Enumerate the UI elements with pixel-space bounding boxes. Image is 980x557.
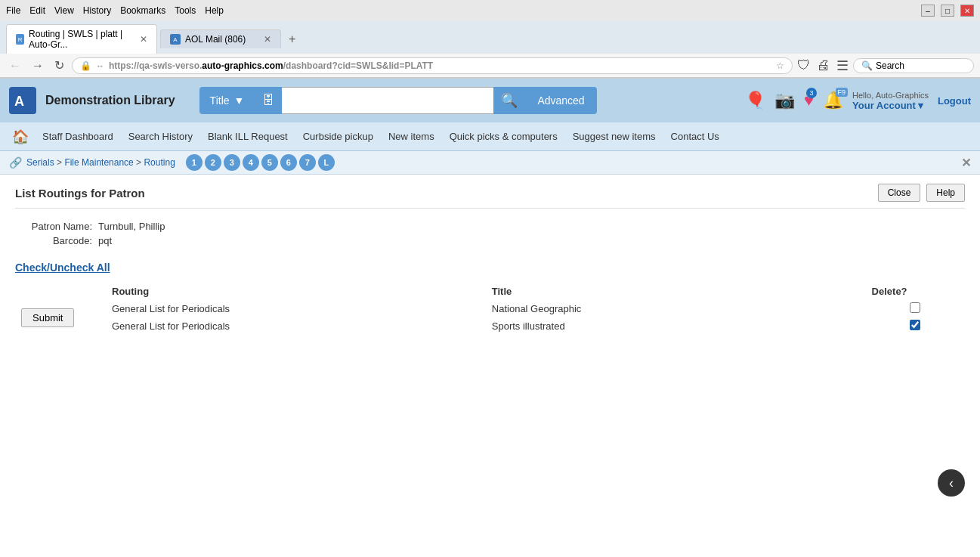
tab-close-1[interactable]: ✕ bbox=[140, 34, 147, 45]
title-cell: Sports illustrated bbox=[486, 317, 866, 335]
breadcrumb-sep1: > bbox=[57, 157, 64, 168]
logout-button[interactable]: Logout bbox=[938, 95, 971, 107]
submit-cell: Submit bbox=[15, 300, 106, 335]
bell-icon-button[interactable]: 🔔 F9 bbox=[823, 91, 843, 110]
alpha-link-2[interactable]: 2 bbox=[205, 154, 221, 171]
menu-bookmarks[interactable]: Bookmarks bbox=[120, 5, 165, 16]
window-controls[interactable]: – □ ✕ bbox=[921, 5, 974, 17]
menu-tools[interactable]: Tools bbox=[175, 5, 196, 16]
account-section: Hello, Auto-Graphics Your Account ▾ bbox=[852, 91, 929, 111]
page-header: List Routings for Patron Close Help bbox=[15, 184, 965, 209]
help-button[interactable]: Help bbox=[926, 184, 965, 202]
url-domain: auto-graphics.com bbox=[202, 60, 283, 71]
search-input[interactable] bbox=[282, 87, 493, 114]
refresh-button[interactable]: ↻ bbox=[51, 57, 67, 74]
home-nav-button[interactable]: 🏠 bbox=[6, 125, 35, 148]
delete-cell bbox=[866, 300, 965, 317]
close-page-button[interactable]: Close bbox=[878, 184, 921, 202]
delete-checkbox[interactable] bbox=[910, 302, 920, 313]
library-name: Demonstration Library bbox=[45, 94, 175, 107]
patron-barcode-value: pqt bbox=[98, 235, 112, 246]
menu-file[interactable]: File bbox=[6, 5, 20, 16]
balloon-icon: 🎈 bbox=[745, 91, 765, 110]
nav-search-history[interactable]: Search History bbox=[121, 126, 200, 147]
nav-contact[interactable]: Contact Us bbox=[663, 126, 727, 147]
search-type-button[interactable]: Title ▼ bbox=[199, 87, 255, 114]
alpha-link-3[interactable]: 3 bbox=[224, 154, 240, 171]
maximize-button[interactable]: □ bbox=[941, 5, 954, 17]
account-hello: Hello, Auto-Graphics bbox=[852, 91, 929, 100]
app-header: A Demonstration Library Title ▼ 🗄 🔍 Adva… bbox=[0, 79, 980, 122]
menu-history[interactable]: History bbox=[83, 5, 111, 16]
routing-cell: General List for Periodicals bbox=[106, 317, 486, 335]
minimize-button[interactable]: – bbox=[921, 5, 935, 17]
check-uncheck-all-link[interactable]: Check/Uncheck All bbox=[15, 261, 110, 274]
nav-suggest-new[interactable]: Suggest new items bbox=[565, 126, 663, 147]
back-button[interactable]: ← bbox=[6, 57, 24, 74]
breadcrumb-sep2: > bbox=[136, 157, 144, 168]
alpha-link-7[interactable]: 7 bbox=[299, 154, 316, 171]
alpha-link-4[interactable]: 4 bbox=[243, 154, 259, 171]
nav-curbside[interactable]: Curbside pickup bbox=[295, 126, 381, 147]
nav-new-items[interactable]: New items bbox=[381, 126, 442, 147]
new-tab-button[interactable]: + bbox=[284, 32, 300, 46]
menu-help[interactable]: Help bbox=[205, 5, 224, 16]
browser-tab-aol[interactable]: A AOL Mail (806) ✕ bbox=[160, 29, 281, 48]
submit-button[interactable]: Submit bbox=[21, 308, 74, 327]
delete-cell bbox=[866, 317, 965, 335]
menu-edit[interactable]: Edit bbox=[29, 5, 45, 16]
page-title: List Routings for Patron bbox=[15, 187, 145, 200]
search-database-button[interactable]: 🗄 bbox=[255, 87, 282, 114]
advanced-search-button[interactable]: Advanced bbox=[525, 87, 596, 114]
routing-table: Routing Title Delete? SubmitGeneral List… bbox=[15, 283, 965, 335]
nav-blank-ill[interactable]: Blank ILL Request bbox=[200, 126, 295, 147]
alpha-link-L[interactable]: L bbox=[318, 154, 335, 171]
breadcrumb-close-button[interactable]: ✕ bbox=[961, 156, 971, 170]
print-icon[interactable]: 🖨 bbox=[817, 57, 830, 74]
breadcrumb-icon: 🔗 bbox=[9, 156, 22, 169]
address-bar[interactable]: 🔒 ↔ https://qa-swls-verso.auto-graphics.… bbox=[72, 57, 793, 74]
advanced-label: Advanced bbox=[537, 94, 584, 107]
alpha-link-1[interactable]: 1 bbox=[186, 154, 202, 171]
tab-favicon-1: R bbox=[16, 34, 24, 45]
alpha-link-5[interactable]: 5 bbox=[261, 154, 278, 171]
breadcrumb-routing-link[interactable]: Routing bbox=[144, 157, 175, 168]
breadcrumb-serials-link[interactable]: Serials bbox=[26, 157, 54, 168]
delete-col-header: Delete? bbox=[866, 283, 965, 300]
nav-bar: 🏠 Staff Dashboard Search History Blank I… bbox=[0, 122, 980, 151]
nav-staff-dashboard[interactable]: Staff Dashboard bbox=[35, 126, 121, 147]
alpha-links: 1 2 3 4 5 6 7 L bbox=[186, 154, 335, 171]
title-col-header: Title bbox=[486, 283, 866, 300]
patron-name-label: Patron Name: bbox=[15, 221, 98, 232]
wishlist-icon-button[interactable]: ♥ 3 bbox=[804, 91, 814, 110]
patron-name-row: Patron Name: Turnbull, Phillip bbox=[15, 221, 965, 232]
forward-button[interactable]: → bbox=[29, 57, 47, 74]
tab-close-2[interactable]: ✕ bbox=[264, 34, 271, 45]
routing-cell: General List for Periodicals bbox=[106, 300, 486, 317]
camera-icon-button[interactable]: 📷 bbox=[774, 91, 795, 110]
url-path: /dashboard?cid=SWLS&lid=PLATT bbox=[283, 60, 433, 71]
close-button[interactable]: ✕ bbox=[960, 5, 974, 17]
browser-tab-active[interactable]: R Routing | SWLS | platt | Auto-Gr... ✕ bbox=[6, 24, 157, 54]
bookmark-star-icon[interactable]: ☆ bbox=[776, 60, 784, 71]
title-bar: File Edit View History Bookmarks Tools H… bbox=[0, 0, 980, 21]
patron-info: Patron Name: Turnbull, Phillip Barcode: … bbox=[15, 221, 965, 246]
submit-col-header bbox=[15, 283, 106, 300]
your-account-link[interactable]: Your Account ▾ bbox=[852, 100, 929, 111]
search-go-icon: 🔍 bbox=[501, 93, 518, 108]
search-type-label: Title bbox=[210, 94, 230, 107]
search-go-button[interactable]: 🔍 bbox=[493, 87, 525, 114]
menu-bar[interactable]: File Edit View History Bookmarks Tools H… bbox=[6, 5, 224, 16]
balloon-icon-button[interactable]: 🎈 bbox=[745, 91, 765, 110]
browser-search-box[interactable]: 🔍 Search bbox=[853, 58, 974, 73]
delete-checkbox[interactable] bbox=[910, 320, 920, 330]
breadcrumb-file-maintenance-link[interactable]: File Maintenance bbox=[64, 157, 133, 168]
menu-view[interactable]: View bbox=[54, 5, 74, 16]
menu-icon[interactable]: ☰ bbox=[836, 57, 849, 74]
tab-label-1: Routing | SWLS | platt | Auto-Gr... bbox=[29, 29, 135, 50]
breadcrumb-bar: 🔗 Serials > File Maintenance > Routing 1… bbox=[0, 151, 980, 175]
nav-quick-picks[interactable]: Quick picks & computers bbox=[442, 126, 565, 147]
alpha-link-6[interactable]: 6 bbox=[280, 154, 297, 171]
pocket-icon[interactable]: 🛡 bbox=[797, 57, 811, 74]
browser-toolbar: 🛡 🖨 ☰ bbox=[797, 57, 849, 74]
